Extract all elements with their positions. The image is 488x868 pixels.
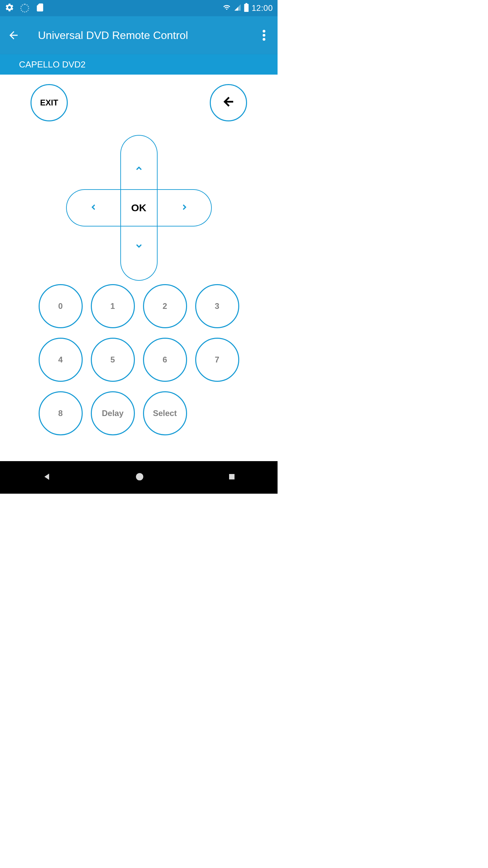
numpad-0-button[interactable]: 0 bbox=[39, 284, 83, 328]
app-bar: Universal DVD Remote Control bbox=[0, 16, 278, 54]
sd-card-icon bbox=[35, 3, 45, 14]
nav-recent-button[interactable] bbox=[228, 473, 236, 482]
chevron-right-icon bbox=[180, 202, 189, 213]
svg-point-2 bbox=[263, 38, 265, 41]
numpad-5-button[interactable]: 5 bbox=[91, 338, 135, 382]
dpad-up-button[interactable] bbox=[120, 135, 158, 189]
numpad-select-button[interactable]: Select bbox=[143, 391, 187, 435]
app-title: Universal DVD Remote Control bbox=[38, 29, 188, 42]
device-tab[interactable]: CAPELLO DVD2 bbox=[0, 54, 278, 75]
remote-content: EXIT OK bbox=[0, 75, 278, 435]
dpad-down-button[interactable] bbox=[120, 226, 158, 281]
chevron-up-icon bbox=[134, 164, 144, 175]
dpad: OK bbox=[66, 135, 212, 281]
device-name: CAPELLO DVD2 bbox=[19, 59, 86, 70]
nav-home-button[interactable] bbox=[135, 472, 144, 482]
overflow-menu-button[interactable] bbox=[256, 27, 272, 43]
numpad-delay-button[interactable]: Delay bbox=[91, 391, 135, 435]
nav-back-button[interactable] bbox=[42, 472, 52, 483]
navigation-bar bbox=[0, 461, 278, 494]
numpad-2-button[interactable]: 2 bbox=[143, 284, 187, 328]
gear-icon bbox=[5, 3, 14, 14]
sync-icon bbox=[20, 4, 29, 13]
numpad-7-button[interactable]: 7 bbox=[195, 338, 239, 382]
svg-point-1 bbox=[263, 34, 265, 37]
numpad-6-button[interactable]: 6 bbox=[143, 338, 187, 382]
back-button[interactable] bbox=[5, 27, 22, 43]
status-right: 12:00 bbox=[222, 3, 273, 13]
status-bar: 12:00 bbox=[0, 0, 278, 16]
numpad-8-button[interactable]: 8 bbox=[39, 391, 83, 435]
svg-rect-4 bbox=[229, 474, 235, 479]
svg-point-0 bbox=[263, 30, 265, 33]
return-button[interactable] bbox=[210, 84, 247, 121]
dpad-container: OK bbox=[0, 135, 278, 281]
top-button-row: EXIT bbox=[0, 75, 278, 121]
signal-icon bbox=[234, 4, 241, 13]
dpad-ok-button[interactable]: OK bbox=[120, 189, 158, 226]
wifi-icon bbox=[222, 4, 231, 13]
chevron-down-icon bbox=[134, 241, 144, 252]
arrow-left-icon bbox=[222, 95, 235, 111]
status-left bbox=[5, 3, 45, 14]
exit-button[interactable]: EXIT bbox=[30, 84, 68, 121]
svg-point-3 bbox=[136, 473, 143, 480]
chevron-left-icon bbox=[89, 202, 98, 213]
battery-icon bbox=[244, 3, 249, 13]
status-time: 12:00 bbox=[251, 3, 273, 13]
numpad-1-button[interactable]: 1 bbox=[91, 284, 135, 328]
ok-label: OK bbox=[131, 202, 146, 214]
numpad-3-button[interactable]: 3 bbox=[195, 284, 239, 328]
numpad-4-button[interactable]: 4 bbox=[39, 338, 83, 382]
dpad-right-button[interactable] bbox=[158, 189, 212, 226]
exit-label: EXIT bbox=[40, 98, 58, 107]
dpad-left-button[interactable] bbox=[66, 189, 120, 226]
number-pad: 0 1 2 3 4 5 6 7 8 Delay Select bbox=[0, 284, 278, 435]
